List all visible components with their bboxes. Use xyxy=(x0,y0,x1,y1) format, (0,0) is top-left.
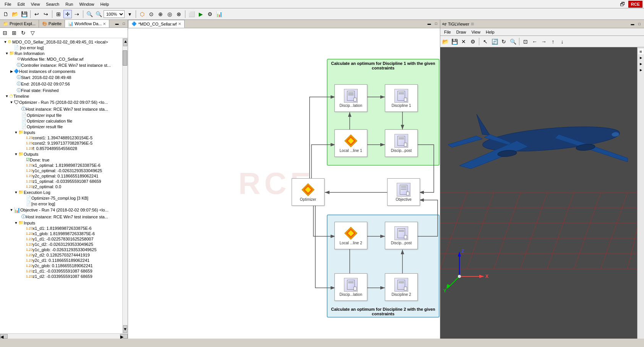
expander-exec-log[interactable]: ▼ xyxy=(14,190,18,194)
menu-view[interactable]: View xyxy=(28,1,43,7)
tree-workflow-file[interactable]: ⚙ Workflow file: MDO_CO_Sellar.wf xyxy=(1,56,122,62)
grid-button[interactable]: ⊞ xyxy=(54,10,63,18)
tree-y2d2[interactable]: 1.23 y2_d2: 0.12825703274441919 xyxy=(1,252,122,258)
tigl-strip-btn3[interactable]: ▶ xyxy=(638,61,644,66)
tree-x1d1[interactable]: 1.23 x1_d1: 1.819989872633875E-6 xyxy=(1,226,122,231)
tree-opt-input-file[interactable]: 📄 Optimizer input file xyxy=(1,112,122,118)
node-disc2post[interactable]: Discip...post xyxy=(385,222,418,249)
tigl-top-btn[interactable]: ↑ xyxy=(549,37,557,46)
tab-project-explorer[interactable]: 📁 Project Expl... xyxy=(0,20,39,27)
max-center[interactable]: □ xyxy=(433,21,439,27)
tree-final-state[interactable]: ⓘ Final state: Finished xyxy=(1,87,122,94)
tool2-button[interactable]: ⊙ xyxy=(147,10,156,18)
tree-f[interactable]: 1.23 f: 0.8570489554556028 xyxy=(1,146,122,151)
tree-const2[interactable]: 1.23 const2: 9.199713770828796E-5 xyxy=(1,140,122,146)
tree-inputs-folder[interactable]: ▼ 📁 Inputs xyxy=(1,129,122,135)
tree-z1d1[interactable]: 1.23 z1_d1: -0.033955591087 68659 xyxy=(1,268,122,274)
node-discipline1[interactable]: Discipline 1 xyxy=(385,84,418,112)
monitor-button[interactable]: 📊 xyxy=(215,10,223,18)
left-hscroll[interactable]: ◀ ▶ xyxy=(0,333,128,339)
connect-button[interactable]: ⇢ xyxy=(73,10,81,18)
tool3-button[interactable]: ⊕ xyxy=(156,10,165,18)
node-localline2[interactable]: Local ...line 2 xyxy=(334,222,367,249)
tigl-strip-btn1[interactable]: ⊞ xyxy=(638,49,644,54)
tree-opt75-log[interactable]: 📄 Optimizer-75_compl.log [3 KB] xyxy=(1,195,122,201)
expander-run-info[interactable]: ▼ xyxy=(5,52,9,55)
workflow-canvas[interactable]: RCE Calculate an optimum for Discipline … xyxy=(128,28,440,339)
tree-y1copt[interactable]: 1.23 y1c_optimal: -0.02631293533049625 xyxy=(1,168,122,173)
tigl-zoom-btn[interactable]: 🔍 xyxy=(509,37,517,46)
tree-z1d2[interactable]: 1.23 z1_d2: -0.033955591087 68659 xyxy=(1,274,122,279)
scroll-thumb[interactable] xyxy=(123,50,127,66)
zoom-dropdown-arrow[interactable]: ▾ xyxy=(125,10,134,18)
new-button[interactable]: 🗋 xyxy=(2,10,10,18)
expander-obj74[interactable]: ▼ xyxy=(9,208,14,212)
tree-timeline[interactable]: ▼ ⏱ Timeline xyxy=(1,94,122,99)
tigl-close-btn[interactable]: ✕ xyxy=(459,37,468,46)
screen-button[interactable]: ⬜ xyxy=(187,10,196,18)
tree-outputs-folder[interactable]: ▼ 📁 Outputs xyxy=(1,151,122,157)
tree-z2opt[interactable]: 1.23 z2_optimal: 0.0 xyxy=(1,184,122,189)
tigl-rotate-btn[interactable]: 🔄 xyxy=(490,37,499,46)
open-button[interactable]: 📂 xyxy=(11,10,19,18)
tigl-select-btn[interactable]: ↖ xyxy=(481,37,490,46)
zoom-dropdown[interactable]: 100% 50% 75% 125% 150% xyxy=(104,10,125,18)
collapse-all-button[interactable]: ⊟ xyxy=(1,29,9,37)
restore-button[interactable]: 🗗 xyxy=(618,0,627,8)
tree-objective-run74[interactable]: ▼ 📊 Objective - Run 74 (2018-02-02 09:07… xyxy=(1,207,122,213)
node-disc2lation[interactable]: Discip...lation xyxy=(334,273,367,301)
tree-controller[interactable]: ⓘ Controller instance: RCE Win7 test ins… xyxy=(1,62,122,68)
expander-inputs[interactable]: ▼ xyxy=(14,131,18,134)
node-disc1lation[interactable]: Discip...lation xyxy=(334,84,367,112)
tree-y2cd1[interactable]: 1.23 y2c_d1: 0.1186655189062241 xyxy=(1,258,122,263)
tigl-bottom-btn[interactable]: ↓ xyxy=(558,37,566,46)
tree-host-instances[interactable]: ▶ 🔷 Host instances of components xyxy=(1,68,122,74)
menu-run[interactable]: Run xyxy=(62,1,76,7)
settings-button[interactable]: ⚙ xyxy=(206,10,214,18)
tree-exec-log[interactable]: ▼ 📁 Execution Log xyxy=(1,189,122,195)
expand-all-button[interactable]: ⊞ xyxy=(10,29,18,37)
menu-search[interactable]: Search xyxy=(43,1,62,7)
tigl-menu-view[interactable]: View xyxy=(469,29,483,35)
tree-item-no-error-log[interactable]: 📄 [no error log] xyxy=(1,45,122,50)
tigl-back-btn[interactable]: ← xyxy=(530,37,539,46)
expander-host[interactable]: ▶ xyxy=(9,69,14,73)
redo-button[interactable]: ↪ xyxy=(42,10,50,18)
tigl-settings-btn[interactable]: ⚙ xyxy=(469,37,477,46)
tree-y1cd2[interactable]: 1.23 y1c_d2: -0.02631293533049625 xyxy=(1,242,122,247)
tool5-button[interactable]: ⊗ xyxy=(175,10,183,18)
expander-opt75[interactable]: ▼ xyxy=(9,100,14,104)
tree-const1[interactable]: 1.23 const1: 1.394748891230154E-5 xyxy=(1,135,122,140)
tigl-strip-btn2[interactable]: ▶ xyxy=(638,55,644,60)
min-right[interactable]: ▬ xyxy=(629,21,636,27)
node-disc1post[interactable]: Discip...post xyxy=(385,129,418,157)
undo-button[interactable]: ↩ xyxy=(32,10,41,18)
tab-workflow-da[interactable]: 📊 Workflow Da... ✕ xyxy=(65,20,109,27)
tree-opt75-host[interactable]: ⓘ Host instance: RCE Win7 test instance … xyxy=(1,106,122,112)
tigl-fit-btn[interactable]: ⊡ xyxy=(521,37,530,46)
tree-root[interactable]: ▼ ⚙ MDO_CO_Sellar_2018-02-02_08:49:45_01… xyxy=(1,39,122,45)
tree-x1opt[interactable]: 1.23 x1_optimal: 1.819989872633875E-6 xyxy=(1,163,122,168)
menu-help[interactable]: Help xyxy=(97,1,112,7)
close-mdo[interactable]: ✕ xyxy=(178,22,181,26)
expander-root[interactable]: ▼ xyxy=(3,40,8,44)
tree-end[interactable]: ⓘ End: 2018-02-02 09:07:56 xyxy=(1,81,122,87)
save-button[interactable]: 💾 xyxy=(20,10,28,18)
node-objective[interactable]: Objective xyxy=(387,178,420,206)
tree-x1glob[interactable]: 1.23 x1_glob: 1.819989872633875E-6 xyxy=(1,231,122,236)
tab-palette[interactable]: 🎨 Palette xyxy=(39,20,65,27)
close-workflow-da[interactable]: ✕ xyxy=(103,22,106,26)
node-localline1[interactable]: Local ...line 1 xyxy=(334,129,367,157)
tree-no-error-log2[interactable]: 📄 [no error log] xyxy=(1,201,122,207)
expander-timeline[interactable]: ▼ xyxy=(5,94,9,98)
menu-window[interactable]: Window xyxy=(76,1,97,7)
tree-run-info[interactable]: ▼ 📁 Run Information xyxy=(1,50,122,56)
tree-y2cglob[interactable]: 1.23 y2c_glob: 0.1186655189062241 xyxy=(1,263,122,268)
menu-edit[interactable]: Edit xyxy=(15,1,28,7)
node-discipline2[interactable]: Discipline 2 xyxy=(385,273,418,301)
min-center[interactable]: ▬ xyxy=(426,21,432,27)
tree-z1opt[interactable]: 1.23 z1_optimal: -0.033955591087 68659 xyxy=(1,179,122,184)
tree-obj-inputs-folder[interactable]: ▼ 📁 Inputs xyxy=(1,220,122,226)
max-right[interactable]: □ xyxy=(636,21,642,27)
tree-obj74-host[interactable]: ⓘ Host instance: RCE Win7 test instance … xyxy=(1,213,122,220)
